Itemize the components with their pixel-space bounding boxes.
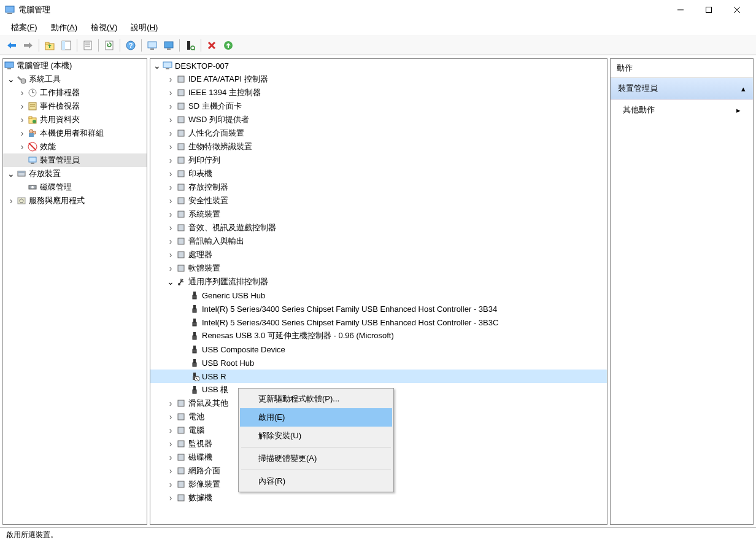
scan-hardware-button[interactable]: [183, 38, 198, 53]
enable-button[interactable]: [221, 38, 236, 53]
tree-item-device[interactable]: 裝置管理員: [3, 153, 147, 167]
context-menu-item[interactable]: 掃描硬體變更(A): [240, 449, 392, 468]
tree-item-shared[interactable]: 共用資料夾: [3, 113, 147, 126]
up-button[interactable]: [42, 38, 57, 53]
expander-icon[interactable]: [166, 399, 175, 408]
maximize-button[interactable]: [695, 1, 723, 19]
menu-help[interactable]: 說明(H): [125, 20, 164, 36]
tree-storage[interactable]: 存放裝置: [3, 167, 147, 180]
expander-icon[interactable]: [166, 426, 175, 435]
collapse-icon[interactable]: ▴: [741, 84, 746, 93]
context-menu-item[interactable]: 內容(R): [240, 472, 392, 490]
menu-file[interactable]: 檔案(F): [5, 20, 44, 36]
device-item[interactable]: Intel(R) 5 Series/3400 Series Chipset Fa…: [150, 302, 607, 316]
actions-more[interactable]: 其他動作 ▸: [611, 99, 753, 120]
minimize-button[interactable]: [666, 1, 695, 19]
device-category[interactable]: 軟體裝置: [150, 261, 607, 275]
context-menu-item[interactable]: 更新驅動程式軟體(P)...: [240, 390, 392, 408]
context-menu-item[interactable]: 啟用(E): [240, 408, 392, 427]
help-button[interactable]: ?: [123, 38, 138, 53]
device-category[interactable]: 列印佇列: [150, 153, 607, 167]
expander-icon[interactable]: [166, 102, 175, 110]
expander-icon[interactable]: [153, 61, 161, 70]
show-hide-button[interactable]: [59, 38, 74, 53]
device-list-button[interactable]: [161, 38, 176, 53]
device-category[interactable]: 系統裝置: [150, 207, 607, 221]
tree-item-users[interactable]: 本機使用者和群組: [3, 126, 147, 140]
device-category[interactable]: SD 主機介面卡: [150, 99, 607, 113]
tree-services[interactable]: 服務與應用程式: [3, 194, 147, 207]
device-item[interactable]: USB Root Hub: [150, 356, 607, 370]
close-button[interactable]: [723, 1, 751, 19]
disable-button[interactable]: [204, 38, 219, 53]
expander-icon[interactable]: [166, 494, 175, 502]
expander-icon[interactable]: [166, 142, 175, 151]
storage-icon: [17, 169, 26, 179]
left-tree-panel[interactable]: 電腦管理 (本機) 系統工具 工作排程器事件檢視器共用資料夾本機使用者和群組效能…: [2, 58, 147, 525]
refresh-button[interactable]: [102, 38, 117, 53]
device-category[interactable]: 通用序列匯流排控制器: [150, 275, 607, 288]
expander-icon[interactable]: [166, 129, 175, 137]
device-category[interactable]: 人性化介面裝置: [150, 126, 607, 140]
expander-icon[interactable]: [166, 210, 175, 219]
expander-icon[interactable]: [166, 156, 175, 165]
expander-icon[interactable]: [166, 196, 175, 205]
expander-icon[interactable]: [18, 142, 26, 151]
expander-icon[interactable]: [166, 115, 175, 124]
expander-icon[interactable]: [166, 88, 175, 97]
device-category[interactable]: 生物特徵辨識裝置: [150, 140, 607, 153]
device-category[interactable]: WSD 列印提供者: [150, 113, 607, 126]
device-category[interactable]: 音效、視訊及遊戲控制器: [150, 221, 607, 234]
properties-button[interactable]: [80, 38, 95, 53]
expander-icon[interactable]: [18, 115, 26, 124]
tree-system-tools[interactable]: 系統工具: [3, 72, 147, 86]
tree-root[interactable]: 電腦管理 (本機): [3, 59, 147, 72]
device-item[interactable]: Renesas USB 3.0 可延伸主機控制器 - 0.96 (Microso…: [150, 329, 607, 343]
expander-icon[interactable]: [166, 75, 175, 83]
tree-item-clock[interactable]: 工作排程器: [3, 86, 147, 99]
expander-icon[interactable]: [166, 250, 175, 259]
svg-rect-11: [62, 41, 65, 50]
tree-disk-mgmt[interactable]: 磁碟管理: [3, 180, 147, 194]
expander-icon[interactable]: [166, 264, 175, 273]
device-category[interactable]: 音訊輸入與輸出: [150, 234, 607, 248]
device-category[interactable]: 處理器: [150, 248, 607, 261]
device-item[interactable]: USB Composite Device: [150, 343, 607, 356]
expander-icon[interactable]: [7, 196, 15, 205]
device-category[interactable]: 存放控制器: [150, 180, 607, 194]
expander-icon[interactable]: [166, 237, 175, 246]
expander-icon[interactable]: [166, 467, 175, 475]
menu-view[interactable]: 檢視(V): [85, 20, 123, 36]
context-menu-item[interactable]: 解除安裝(U): [240, 427, 392, 445]
device-item[interactable]: USB R: [150, 370, 607, 383]
expander-icon[interactable]: [7, 75, 15, 83]
expander-icon[interactable]: [166, 169, 175, 178]
expander-icon[interactable]: [166, 412, 175, 421]
expander-icon[interactable]: [166, 223, 175, 232]
expander-icon[interactable]: [166, 277, 175, 286]
device-root[interactable]: DESKTOP-007: [150, 59, 607, 72]
device-category[interactable]: IEEE 1394 主控制器: [150, 86, 607, 99]
device-category[interactable]: IDE ATA/ATAPI 控制器: [150, 72, 607, 86]
menu-action[interactable]: 動作(A): [45, 20, 83, 36]
expander-icon[interactable]: [18, 88, 26, 97]
expander-icon[interactable]: [18, 102, 26, 110]
tree-item-perf[interactable]: 效能: [3, 140, 147, 153]
expander-icon[interactable]: [7, 169, 15, 178]
tree-item-event[interactable]: 事件檢視器: [3, 99, 147, 113]
device-category[interactable]: 安全性裝置: [150, 194, 607, 207]
expander-icon[interactable]: [166, 439, 175, 448]
device-category-icon: [176, 209, 186, 219]
back-button[interactable]: [4, 38, 19, 53]
expander-icon[interactable]: [18, 129, 26, 137]
expander-icon[interactable]: [166, 453, 175, 462]
device-item[interactable]: Intel(R) 5 Series/3400 Series Chipset Fa…: [150, 316, 607, 329]
forward-button[interactable]: [21, 38, 36, 53]
expander-icon[interactable]: [166, 183, 175, 192]
actions-section[interactable]: 裝置管理員 ▴: [611, 78, 753, 99]
expander-icon[interactable]: [166, 480, 175, 489]
device-category[interactable]: 數據機: [150, 491, 607, 505]
device-item[interactable]: Generic USB Hub: [150, 288, 607, 302]
device-category[interactable]: 印表機: [150, 167, 607, 180]
device-view-button[interactable]: [145, 38, 160, 53]
